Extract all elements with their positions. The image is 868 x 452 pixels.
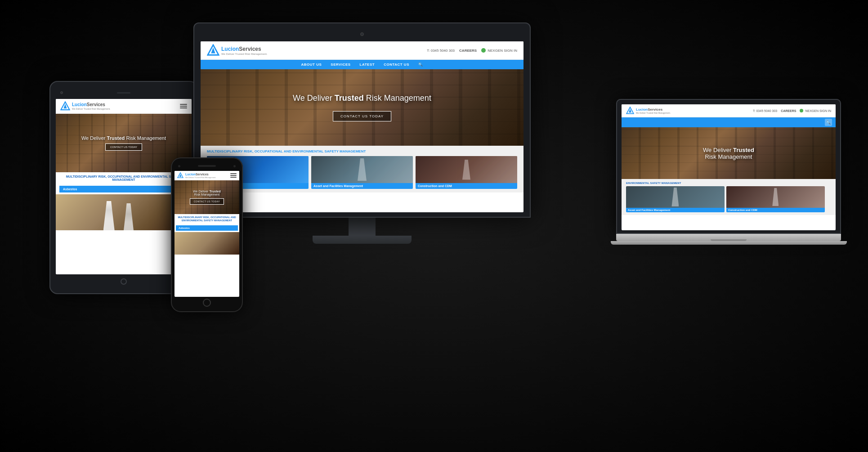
monitor-hero-text: We Deliver Trusted Risk Management bbox=[293, 94, 431, 107]
tablet-hamburger[interactable] bbox=[180, 104, 187, 108]
phone-camera bbox=[178, 165, 180, 167]
monitor-cta-button[interactable]: CONTACT US TODAY bbox=[333, 111, 391, 121]
monitor-tagline: We Deliver Trusted Risk Management. bbox=[221, 53, 268, 55]
laptop-phone: T: 0345 5040 303 bbox=[753, 109, 777, 112]
laptop-service-card-asset[interactable]: Asset and Facilities Management bbox=[626, 186, 725, 212]
phone-home-button[interactable] bbox=[203, 299, 211, 307]
phone-worker-image bbox=[174, 232, 239, 255]
construction-label: Construction and CDM bbox=[416, 183, 517, 189]
service-card-asset[interactable]: Asset and Facilities Management bbox=[311, 156, 413, 189]
laptop-tagline: We Deliver Trusted Risk Management. bbox=[636, 112, 671, 114]
tablet-logo-text: LucionServices bbox=[72, 102, 111, 107]
monitor-logo: LucionServices We Deliver Trusted Risk M… bbox=[207, 44, 268, 57]
tablet-camera bbox=[60, 91, 63, 94]
phone-sensor bbox=[233, 165, 236, 167]
laptop-construction-image bbox=[726, 186, 825, 208]
phone-asbestos-label: Asbestos bbox=[176, 225, 238, 231]
monitor-nav-services[interactable]: SERVICES bbox=[331, 63, 350, 67]
monitor-device: LucionServices We Deliver Trusted Risk M… bbox=[193, 22, 531, 244]
phone-hero-text: We Deliver Trusted Risk Management bbox=[193, 190, 220, 196]
monitor-nav-contact[interactable]: CONTACT US bbox=[384, 63, 409, 67]
laptop-services-section: ENVIRONMENTAL SAFETY MANAGEMENT Asset an… bbox=[622, 179, 836, 215]
laptop-screen: LucionServices We Deliver Trusted Risk M… bbox=[622, 104, 836, 230]
monitor-services-grid: Asbestos Asset and Facilities Management bbox=[207, 156, 517, 189]
asset-label: Asset and Facilities Management bbox=[311, 183, 413, 189]
laptop-header-right: T: 0345 5040 303 CAREERS NEXGEN SIGN IN bbox=[753, 109, 831, 112]
phone-device: LucionServices We Deliver Trusted Risk M… bbox=[171, 157, 243, 312]
monitor-nav: ABOUT US SERVICES LATEST CONTACT US 🔍 bbox=[201, 60, 523, 69]
laptop-asset-label: Asset and Facilities Management bbox=[626, 208, 725, 212]
monitor-services-section: MULTIDISCIPLINARY RISK, OCCUPATIONAL AND… bbox=[201, 146, 523, 192]
monitor-nexgen-link[interactable]: NEXGEN SIGN IN bbox=[481, 48, 517, 53]
phone-multidisc-heading: MULTIDISCIPLINARY RISK, OCCUPATIONAL AND… bbox=[174, 214, 239, 224]
laptop-careers-link[interactable]: CAREERS bbox=[781, 109, 796, 112]
phone-bezel-bottom bbox=[174, 299, 239, 307]
phone-logo: LucionServices We Deliver Trusted Risk M… bbox=[177, 172, 216, 179]
laptop-bottom bbox=[611, 241, 847, 245]
monitor-header-right: T: 0345 5040 303 CAREERS NEXGEN SIGN IN bbox=[427, 48, 517, 53]
tablet-logo: LucionServices We Deliver Trusted Risk M… bbox=[60, 101, 111, 111]
laptop-base bbox=[616, 234, 841, 241]
service-card-construction[interactable]: Construction and CDM bbox=[416, 156, 517, 189]
laptop-asset-image bbox=[626, 186, 725, 208]
laptop-device: LucionServices We Deliver Trusted Risk M… bbox=[616, 99, 841, 245]
laptop-nexgen-link[interactable]: NEXGEN SIGN IN bbox=[800, 109, 831, 112]
phone-speaker bbox=[198, 165, 216, 167]
laptop-logo: LucionServices We Deliver Trusted Risk M… bbox=[626, 107, 671, 115]
monitor-nav-search[interactable]: 🔍 bbox=[418, 63, 423, 67]
monitor-phone: T: 0345 5040 303 bbox=[427, 49, 455, 53]
phone-screen: LucionServices We Deliver Trusted Risk M… bbox=[174, 171, 239, 297]
construction-image bbox=[416, 156, 517, 183]
tablet-tagline: We Deliver Trusted Risk Management. bbox=[72, 107, 111, 110]
monitor-stand-base bbox=[313, 236, 412, 244]
monitor-camera bbox=[360, 32, 364, 36]
phone-bezel-top bbox=[174, 163, 239, 169]
monitor-stand-neck bbox=[349, 218, 376, 236]
laptop-search-bar: 🔍 bbox=[622, 117, 836, 127]
laptop-logo-text: LucionServices bbox=[636, 107, 671, 112]
monitor-logo-text: LucionServices bbox=[221, 46, 268, 52]
laptop-service-card-construction[interactable]: Construction and CDM bbox=[726, 186, 825, 212]
phone-logo-text: LucionServices bbox=[185, 173, 216, 176]
asset-image bbox=[311, 156, 413, 183]
monitor-services-title: MULTIDISCIPLINARY RISK, OCCUPATIONAL AND… bbox=[207, 149, 517, 153]
laptop-search-icon[interactable]: 🔍 bbox=[825, 119, 832, 126]
tablet-hero-text: We Deliver Trusted Risk Management bbox=[81, 135, 166, 141]
tablet-asbestos-label: Asbestos bbox=[59, 186, 188, 192]
monitor-nav-latest[interactable]: LATEST bbox=[360, 63, 375, 67]
phone-tagline: We Deliver Trusted Risk Management. bbox=[185, 176, 216, 179]
laptop-hero-text: We Deliver Trusted Risk Management bbox=[703, 147, 754, 160]
monitor-screen: LucionServices We Deliver Trusted Risk M… bbox=[201, 41, 523, 212]
monitor-nav-about[interactable]: ABOUT US bbox=[301, 63, 322, 67]
monitor-careers-link[interactable]: CAREERS bbox=[459, 49, 477, 53]
phone-hamburger[interactable] bbox=[230, 173, 237, 178]
tablet-speaker bbox=[117, 92, 130, 94]
laptop-construction-label: Construction and CDM bbox=[726, 208, 825, 212]
tablet-cta-button[interactable]: CONTACT US TODAY bbox=[105, 143, 142, 151]
tablet-home-button[interactable] bbox=[121, 278, 127, 285]
laptop-services-grid: Asset and Facilities Management Construc… bbox=[626, 186, 831, 212]
laptop-services-title: ENVIRONMENTAL SAFETY MANAGEMENT bbox=[626, 182, 831, 184]
scene: LucionServices We Deliver Trusted Risk M… bbox=[0, 0, 868, 452]
phone-cta-button[interactable]: CONTACT US TODAY bbox=[190, 198, 224, 205]
